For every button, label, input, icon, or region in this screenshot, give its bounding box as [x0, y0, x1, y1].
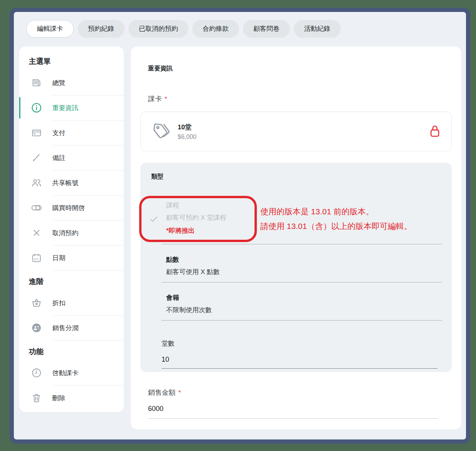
sidebar: 主選單 總覽: [19, 47, 124, 412]
required-asterisk: *: [165, 95, 167, 103]
divider: [52, 270, 124, 271]
tab-booking-records[interactable]: 預約紀錄: [78, 20, 125, 38]
sidebar-item-notes[interactable]: 備註: [19, 145, 124, 170]
tab-activity-log[interactable]: 活動紀錄: [294, 20, 341, 38]
sidebar-item-label: 總覽: [52, 79, 65, 87]
sidebar-item-label: 刪除: [52, 394, 65, 403]
sidebar-item-important-info[interactable]: 重要資訊: [19, 95, 124, 120]
cancel-booking-icon: [31, 227, 42, 239]
sidebar-section-advanced: 進階: [29, 276, 124, 287]
sidebar-item-label: 啓動課卡: [52, 369, 78, 378]
tab-edit-course-card[interactable]: 編輯課卡: [26, 20, 74, 38]
sidebar-item-sales-commission[interactable]: 銷售分潤: [19, 316, 124, 340]
check-icon: [149, 214, 159, 224]
sidebar-item-delete[interactable]: 刪除: [19, 386, 124, 410]
sidebar-item-overview[interactable]: 總覽: [19, 70, 124, 95]
sale-amount-label: 銷售金額*: [148, 388, 452, 397]
sidebar-item-label: 日期: [52, 254, 65, 262]
course-card-title: 10堂: [178, 123, 196, 132]
sidebar-item-label: 購買時開啓: [52, 204, 85, 212]
course-card-price: $6,000: [178, 134, 196, 140]
tab-contract-terms[interactable]: 合約條款: [192, 20, 239, 38]
sidebar-item-label: 折扣: [52, 299, 65, 307]
sidebar-item-discount[interactable]: 折扣: [19, 291, 124, 315]
required-asterisk: *: [178, 389, 181, 396]
page-title: 重要資訊: [148, 65, 452, 73]
activate-icon: [31, 367, 42, 379]
sidebar-item-payment[interactable]: 支付: [19, 120, 124, 145]
sidebar-item-label: 銷售分潤: [52, 324, 78, 332]
course-card-selector[interactable]: 10堂 $6,000: [140, 112, 452, 151]
sidebar-section-main-menu: 主選單: [29, 56, 124, 67]
tab-bar: 編輯課卡 預約紀錄 已取消的預約 合約條款 顧客問卷 活動紀錄: [26, 20, 466, 38]
annotation-line-2: 請使用 13.01（含）以上的版本即可編輯。: [260, 219, 412, 234]
sidebar-item-enable-on-purchase[interactable]: 購買時開啓: [19, 195, 124, 220]
main-panel: 重要資訊 課卡* 10堂 $6,000: [131, 47, 461, 429]
delete-icon: [31, 392, 42, 404]
sidebar-item-label: 支付: [52, 129, 65, 137]
type-option-title: 會籍: [166, 293, 442, 303]
sidebar-item-date[interactable]: 日期: [19, 246, 124, 270]
sidebar-item-label: 重要資訊: [52, 104, 78, 112]
calendar-icon: [31, 252, 42, 264]
sidebar-item-label: 備註: [52, 154, 65, 162]
sale-amount-input[interactable]: [148, 403, 438, 419]
sidebar-item-label: 共享帳號: [52, 179, 78, 187]
payment-icon: [31, 127, 42, 139]
tags-icon: [151, 121, 171, 142]
sidebar-item-activate-course-card[interactable]: 啓動課卡: [19, 361, 124, 385]
overview-icon: [31, 77, 42, 89]
discount-icon: [31, 297, 42, 309]
toggle-icon: [31, 202, 42, 214]
course-card-field-label: 課卡*: [148, 94, 452, 104]
divider: [161, 320, 442, 321]
lock-icon: [428, 124, 441, 139]
divider: [161, 282, 442, 282]
type-panel: 類型 課程 顧客可預約 X 堂課程 *即將推出 點數 顧客可使用 X 點數: [140, 163, 452, 372]
sidebar-item-cancel-booking[interactable]: 取消預約: [19, 220, 124, 245]
annotation-text: 使用的版本是 13.01 前的版本。 請使用 13.01（含）以上的版本即可編輯…: [260, 204, 412, 234]
type-option-desc: 不限制使用次數: [166, 305, 442, 315]
divider: [52, 340, 124, 341]
info-icon: [31, 102, 42, 114]
sessions-label: 堂數: [161, 339, 442, 348]
app-content: 編輯課卡 預約紀錄 已取消的預約 合約條款 顧客問卷 活動紀錄 主選單 總覽: [14, 12, 466, 439]
type-option-desc: 顧客可使用 X 點數: [166, 267, 442, 277]
annotation-line-1: 使用的版本是 13.01 前的版本。: [260, 204, 412, 219]
type-option-points[interactable]: 點數 顧客可使用 X 點數: [151, 255, 442, 277]
type-panel-title: 類型: [151, 173, 442, 181]
course-card-info: 10堂 $6,000: [178, 123, 196, 140]
sidebar-section-functions: 功能: [29, 346, 124, 357]
note-icon: [31, 152, 42, 164]
sessions-field: 堂數: [161, 339, 442, 369]
divider: [161, 244, 442, 244]
shared-account-icon: [31, 177, 42, 189]
tab-cancelled-bookings[interactable]: 已取消的預約: [128, 20, 188, 38]
sidebar-item-shared-account[interactable]: 共享帳號: [19, 170, 124, 195]
sessions-input[interactable]: [161, 354, 438, 369]
app-window: 編輯課卡 預約紀錄 已取消的預約 合約條款 顧客問卷 活動紀錄 主選單 總覽: [10, 8, 470, 444]
commission-icon: [31, 322, 42, 334]
tab-customer-survey[interactable]: 顧客問卷: [243, 20, 290, 38]
type-option-membership[interactable]: 會籍 不限制使用次數: [151, 293, 442, 315]
type-option-title: 點數: [166, 255, 442, 265]
sidebar-item-label: 取消預約: [52, 229, 78, 237]
